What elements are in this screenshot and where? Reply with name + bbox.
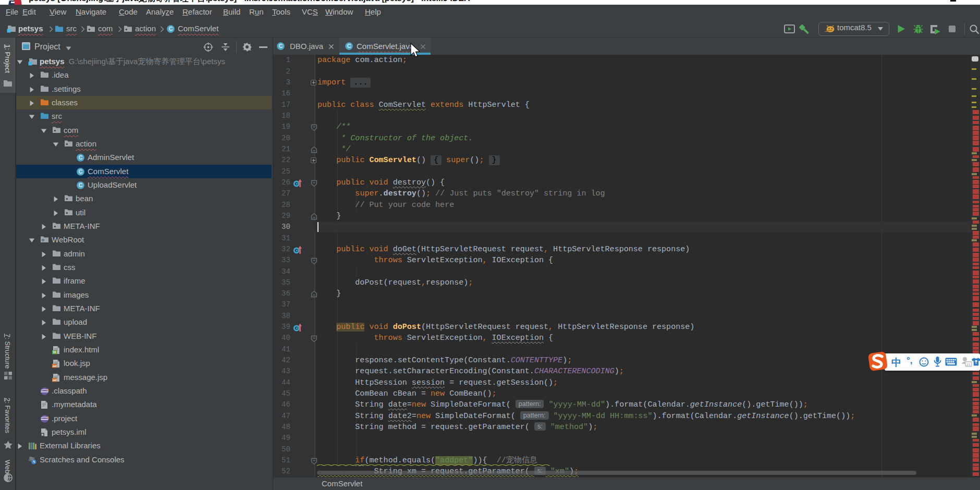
svg-text:JSP: JSP: [53, 379, 57, 382]
svg-text:21: 21: [966, 362, 971, 367]
svg-text:H: H: [53, 350, 56, 354]
svg-text:JSP: JSP: [53, 365, 57, 368]
svg-text:C: C: [79, 155, 83, 161]
svg-text:C: C: [279, 43, 283, 49]
svg-text:C: C: [79, 182, 83, 188]
svg-text:C: C: [347, 43, 351, 49]
svg-text:C: C: [79, 168, 83, 175]
